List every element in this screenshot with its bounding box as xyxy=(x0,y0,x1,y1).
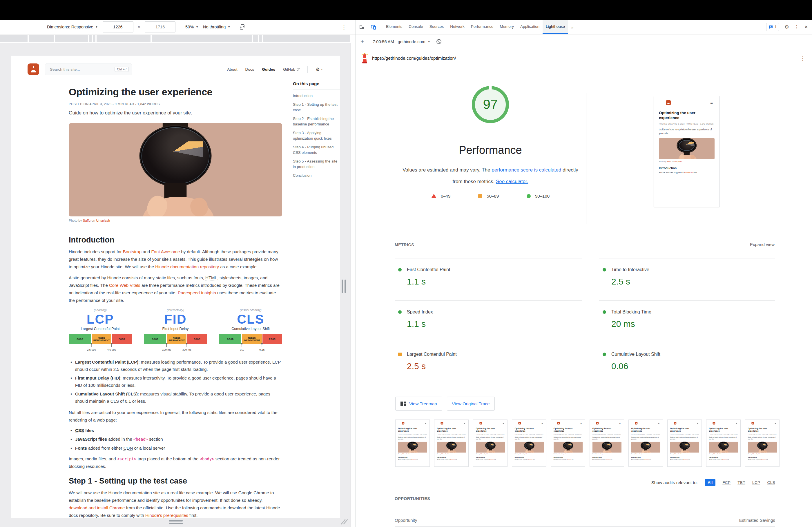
average-range-square-icon xyxy=(478,194,482,198)
vital-abbr: CLS xyxy=(219,312,282,326)
mini-hero-image xyxy=(659,138,714,159)
rendered-web-page[interactable]: Search this site... Ctrl + / About Docs … xyxy=(11,56,340,518)
average-square-icon xyxy=(398,352,402,356)
tab-sources[interactable]: Sources xyxy=(426,20,447,34)
mini-intro-heading: Introduction xyxy=(515,456,544,458)
article-title: Optimizing the user experience xyxy=(69,86,282,97)
metric-first-contentful-paint[interactable]: First Contentful Paint 1.1 s xyxy=(395,258,582,300)
mini-body: Guide on how to optimize the user experi… xyxy=(631,436,660,440)
hamburger-menu-icon: ≡ xyxy=(464,422,465,424)
vital-scale: GOODNEEDS IMPROVEMENTPOOR xyxy=(144,334,207,344)
toc-item-conclusion[interactable]: Conclusion xyxy=(293,173,340,178)
score-legend: 0–49 50–89 90–100 xyxy=(395,194,586,198)
toc-item-step-4[interactable]: Step 4 - Purging unused CSS elements xyxy=(293,144,340,155)
devtools-window: Dimensions: Responsive ▼ 1226 × 1716 50%… xyxy=(0,0,812,527)
opportunities-section-title: OPPORTUNITIES xyxy=(395,496,430,501)
tab-console[interactable]: Console xyxy=(405,20,426,34)
vital-abbr: FID xyxy=(144,312,207,326)
filmstrip-thumbnail: ≡ Optimizing the user experience POSTED … xyxy=(434,420,469,467)
metric-speed-index[interactable]: Speed Index 1.1 s xyxy=(395,300,582,343)
hinode-logo-icon[interactable] xyxy=(28,63,39,75)
rotate-device-icon[interactable] xyxy=(239,24,245,30)
tab-application[interactable]: Application xyxy=(517,20,542,34)
zoom-selector[interactable]: 50% ▼ xyxy=(185,25,198,29)
toc-item-step-1[interactable]: Step 1 - Setting up the test case xyxy=(293,102,340,113)
mini-text-line: Hinode includes support for Bootstrap an… xyxy=(593,459,622,461)
tab-elements[interactable]: Elements xyxy=(383,20,405,34)
filmstrip-thumbnail: ≡ Optimizing the user experience POSTED … xyxy=(590,420,624,467)
toggle-device-toolbar-icon[interactable] xyxy=(367,20,379,34)
vital-scale: GOODNEEDS IMPROVEMENTPOOR xyxy=(69,334,132,344)
media-query-bar[interactable] xyxy=(0,34,356,43)
emulation-menu-kebab-icon[interactable]: ⋮ xyxy=(341,24,347,30)
hinode-logo-icon xyxy=(635,422,637,424)
more-tabs-chevron[interactable]: » xyxy=(568,20,576,34)
expand-view-link[interactable]: Expand view xyxy=(750,242,774,247)
viewport-corner-resize-handle[interactable] xyxy=(343,518,350,526)
mini-body: Guide on how to optimize the user experi… xyxy=(659,128,714,135)
toc-item-introduction[interactable]: Introduction xyxy=(293,93,340,99)
mini-page: ≡ Optimizing the user experience POSTED … xyxy=(590,420,624,467)
toc-item-step-5[interactable]: Step 5 - Assessing the site in productio… xyxy=(293,159,340,169)
console-messages-badge[interactable]: 1 xyxy=(766,23,779,31)
clear-reports-icon[interactable] xyxy=(436,39,442,44)
close-icon[interactable]: ✕ xyxy=(804,24,808,30)
tab-lighthouse[interactable]: Lighthouse xyxy=(542,20,568,34)
nav-item-github[interactable]: GitHub xyxy=(283,67,300,72)
audit-filter-lcp[interactable]: LCP xyxy=(752,480,760,485)
hamburger-menu-icon: ≡ xyxy=(619,422,621,424)
filmstrip-thumbnail: ≡ Optimizing the user experience POSTED … xyxy=(628,420,663,467)
throttling-selector[interactable]: No throttling ▼ xyxy=(203,25,230,29)
metric-cumulative-layout-shift[interactable]: Cumulative Layout Shift 0.06 xyxy=(599,343,775,385)
audit-filter-all[interactable]: All xyxy=(705,479,715,486)
page-screenshot-preview: ≡ Optimizing the user experience POSTED … xyxy=(654,96,720,207)
performance-score-gauge[interactable]: 97 xyxy=(472,86,509,123)
site-settings-gear-icon[interactable]: ⚙▾ xyxy=(316,66,322,72)
pass-dot-icon xyxy=(603,352,606,356)
tab-network[interactable]: Network xyxy=(447,20,468,34)
mini-caption: Photo by Saffu on Unsplash xyxy=(476,453,505,455)
audit-filter-fcp[interactable]: FCP xyxy=(722,480,730,485)
viewport-height-drag-handle[interactable] xyxy=(169,520,183,524)
pass-range-circle-icon xyxy=(527,194,531,198)
hinode-logo-icon xyxy=(440,422,443,424)
hinode-logo-icon xyxy=(666,100,671,105)
toc-item-step-2[interactable]: Step 2 - Establishing the baseline perfo… xyxy=(293,116,340,127)
pass-dot-icon xyxy=(603,268,606,271)
viewport-width-drag-handle[interactable] xyxy=(342,280,346,293)
report-selector[interactable]: 7:00:56 AM - gethinode.com ▼ xyxy=(373,40,430,44)
new-report-plus-icon[interactable]: + xyxy=(356,38,368,45)
mini-title: Optimizing the user experience xyxy=(670,427,699,433)
metric-total-blocking-time[interactable]: Total Blocking Time 20 ms xyxy=(599,300,775,343)
mini-intro-heading: Introduction xyxy=(709,456,738,458)
audit-filter-tbt[interactable]: TBT xyxy=(738,480,745,485)
audit-filter-cls[interactable]: CLS xyxy=(767,480,775,485)
mini-caption: Photo by Saffu on Unsplash xyxy=(631,453,660,455)
treemap-icon xyxy=(401,402,406,406)
metric-largest-contentful-paint[interactable]: Largest Contentful Paint 2.5 s xyxy=(395,343,582,385)
zoom-value: 50% xyxy=(185,25,194,29)
device-viewport: Search this site... Ctrl + / About Docs … xyxy=(0,43,351,527)
metric-time-to-interactive[interactable]: Time to Interactive 2.5 s xyxy=(599,258,775,300)
chevron-down-icon: ▼ xyxy=(96,26,98,28)
inspect-element-icon[interactable] xyxy=(356,20,367,34)
report-menu-kebab-icon[interactable]: ⋮ xyxy=(800,55,806,62)
toc-item-step-3[interactable]: Step 3 - Applying optimization quick fix… xyxy=(293,130,340,141)
heading-introduction: Introduction xyxy=(69,236,282,244)
mini-body: Guide on how to optimize the user experi… xyxy=(437,436,466,440)
settings-gear-icon[interactable]: ⚙ xyxy=(784,24,789,30)
height-input[interactable]: 1716 xyxy=(145,21,175,32)
dimensions-selector[interactable]: Dimensions: Responsive ▼ xyxy=(47,25,98,29)
article-lead: Guide on how to optimize the user experi… xyxy=(69,110,282,116)
vital-fid: (Interactivity) FID First Input Delay GO… xyxy=(144,308,207,353)
chat-bubble-icon xyxy=(769,25,773,29)
width-input[interactable]: 1226 xyxy=(103,21,133,32)
mini-meta: POSTED ON APRIL 3, 2023 • 9 MIN READ • 1… xyxy=(554,433,583,435)
mini-caption: Photo by Saffu on Unsplash xyxy=(554,453,583,455)
devtools-menu-kebab-icon[interactable]: ⋮ xyxy=(794,24,799,30)
filmstrip-thumbnail: ≡ Optimizing the user experience POSTED … xyxy=(667,420,702,467)
view-original-trace-button[interactable]: View Original Trace xyxy=(447,397,495,410)
tab-performance[interactable]: Performance xyxy=(468,20,496,34)
view-treemap-button[interactable]: View Treemap xyxy=(395,397,442,410)
tab-memory[interactable]: Memory xyxy=(496,20,517,34)
